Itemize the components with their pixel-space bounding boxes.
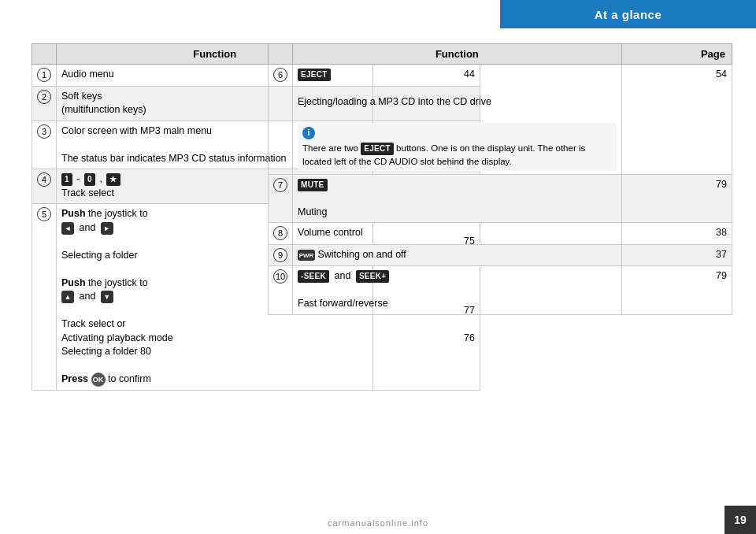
eject-badge: EJECT (298, 69, 331, 81)
row-fn-6: EJECT Ejecting/loading a MP3 CD into the… (293, 65, 622, 175)
row-pg-8: 38 (621, 223, 732, 245)
row-num-6: 6 (269, 65, 293, 175)
key-badge-star: ★ (106, 173, 120, 186)
row-num-4: 4 (32, 169, 57, 204)
row-num-2: 2 (32, 86, 57, 121)
right-table-container: Function Page 6 EJECT Ejecting/loading a… (268, 43, 732, 495)
row-pg-10: 79 (621, 266, 732, 315)
row-num-1: 1 (32, 65, 57, 87)
right-th-function: Function (293, 44, 622, 65)
info-icon: i (302, 127, 315, 139)
row-num-7: 7 (269, 174, 293, 223)
pwr-icon: PWR (298, 250, 315, 261)
table-row: 9 PWR Switching on and off 37 (269, 244, 732, 266)
header-bar: At a glance (500, 0, 756, 28)
mute-badge: MUTE (298, 179, 328, 191)
row-num-10: 10 (269, 266, 293, 315)
seek-fwd-badge: SEEK+ (356, 270, 390, 283)
key-up: ▲ (61, 291, 74, 303)
row-fn-9: PWR Switching on and off (293, 244, 622, 266)
info-box: i There are two EJECT buttons. One is on… (298, 123, 617, 171)
row-fn-10: -SEEK and SEEK+ Fast forward/reverse (293, 266, 622, 315)
row-num-5: 5 (32, 204, 57, 391)
table-row: 8 Volume control 38 (269, 223, 732, 245)
table-row: 10 -SEEK and SEEK+ Fast forward/reverse … (269, 266, 732, 315)
row-fn-8: Volume control (293, 223, 622, 245)
key-badge-1: 1 (61, 173, 72, 186)
right-table: Function Page 6 EJECT Ejecting/loading a… (268, 43, 732, 315)
table-row: 6 EJECT Ejecting/loading a MP3 CD into t… (269, 65, 732, 175)
table-row: 7 MUTE Muting 79 (269, 174, 732, 223)
watermark: carmanualsonline.info (0, 518, 756, 528)
row-pg-7: 79 (621, 174, 732, 223)
key-down: ▼ (101, 291, 113, 303)
right-th-page: Page (621, 44, 732, 65)
right-th-num (269, 44, 293, 65)
row-pg-6: 54 (621, 65, 732, 175)
row-pg-9: 37 (621, 244, 732, 266)
header-title: At a glance (595, 8, 662, 21)
row-num-3: 3 (32, 121, 57, 169)
row-fn-7: MUTE Muting (293, 174, 622, 223)
key-left: ◄ (61, 222, 74, 235)
key-right: ► (101, 222, 113, 235)
ok-button-icon: OK (91, 373, 106, 387)
eject-badge-inline: EJECT (361, 143, 394, 155)
seek-back-badge: -SEEK (298, 270, 329, 283)
key-badge-0: 0 (84, 173, 95, 186)
row-num-8: 8 (269, 223, 293, 245)
left-th-num (32, 44, 57, 65)
row-num-9: 9 (269, 244, 293, 266)
